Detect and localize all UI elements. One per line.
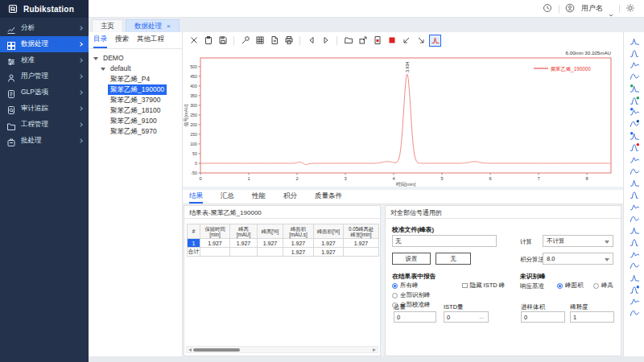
scroll-left-arrow-icon[interactable] (188, 348, 192, 352)
curve-wave-icon[interactable] (630, 260, 640, 270)
sidebar-item-3[interactable]: 用户管理 (0, 68, 89, 84)
share-icon[interactable] (357, 35, 369, 47)
curve-spline-icon[interactable] (630, 272, 640, 282)
sidebar-item-6[interactable]: 工程管理 (0, 117, 89, 133)
result-tab-2[interactable]: 性能 (252, 190, 266, 204)
username-label[interactable]: 用户名 (581, 3, 603, 14)
table-row[interactable]: 11.9271.9271.9271.9271.9271.927 (188, 239, 379, 248)
prev-icon[interactable] (305, 35, 317, 47)
tab-directory[interactable]: 目录 (93, 32, 107, 48)
next-icon[interactable] (320, 35, 332, 47)
sidebar-item-2[interactable]: 校准 (0, 52, 89, 68)
tab-search[interactable]: 搜索 (115, 32, 129, 48)
record-stop-icon[interactable] (386, 35, 398, 47)
peak-merge-icon[interactable] (630, 166, 640, 176)
table-header[interactable]: 0.05峰高处峰宽[min] (344, 224, 379, 239)
tab-close-icon[interactable]: × (167, 23, 171, 30)
table-cell[interactable]: 1.927 (258, 239, 283, 248)
peak-pair-icon[interactable] (630, 154, 640, 164)
table-cell[interactable] (200, 248, 230, 257)
assign-right-icon[interactable] (415, 35, 427, 47)
injection-volume-input[interactable] (521, 311, 565, 323)
tree-node-DEMO[interactable]: DEMO (93, 53, 182, 64)
tree-node-聚苯乙烯_18100[interactable]: 聚苯乙烯_18100 (93, 105, 182, 116)
table-header[interactable]: 峰高[%] (258, 224, 283, 239)
table-header[interactable]: # (188, 224, 200, 239)
peak-tangent-icon[interactable] (630, 201, 640, 212)
table-cell[interactable]: 1 (188, 239, 200, 248)
tools-icon[interactable] (239, 35, 251, 47)
doc-export-icon[interactable] (268, 35, 280, 47)
curve-smooth-icon[interactable] (630, 249, 640, 259)
chevron-down-icon[interactable] (609, 6, 613, 11)
result-tab-4[interactable]: 质量条件 (315, 190, 342, 204)
table-cell[interactable]: 1.927 (314, 239, 344, 248)
peak-drop-icon[interactable] (630, 224, 640, 235)
folder-open-icon[interactable] (342, 35, 354, 47)
table-icon[interactable] (254, 35, 266, 47)
gear-icon[interactable] (625, 3, 636, 14)
checkbox-hide-istd[interactable]: 隐藏 ISTD 峰 (462, 282, 505, 290)
table-header[interactable]: 峰高[mAU] (230, 224, 258, 239)
expand-arrow-icon[interactable] (93, 57, 98, 60)
dilution-input[interactable] (570, 311, 614, 323)
peak-split-blue-icon[interactable] (630, 106, 640, 117)
user-avatar-icon[interactable] (565, 3, 576, 14)
radio-peak-area[interactable]: 峰面积 (557, 282, 584, 290)
tree-node-聚苯乙烯_9100[interactable]: 聚苯乙烯_9100 (93, 116, 182, 126)
peak-start-green-icon[interactable] (630, 83, 640, 93)
result-tab-3[interactable]: 积分 (283, 190, 297, 204)
tree-node-聚苯乙烯_190000[interactable]: 聚苯乙烯_190000 (93, 84, 182, 95)
tree-node-聚苯乙烯_5970[interactable]: 聚苯乙烯_5970 (93, 126, 182, 137)
set-button[interactable]: 设置 (392, 253, 431, 265)
peak-start-dark-icon[interactable] (630, 118, 640, 129)
table-header[interactable]: 保留时间[min] (200, 224, 230, 239)
sidebar-item-0[interactable]: 分析 (0, 20, 89, 36)
report-doc-icon[interactable] (371, 35, 383, 47)
table-header[interactable]: 峰面积[%] (314, 224, 344, 239)
peak-delete-red-icon[interactable] (630, 142, 640, 152)
calc-select[interactable]: 不计算 (543, 235, 613, 247)
table-header[interactable]: 峰面积[mAU.s] (283, 224, 314, 239)
horizontal-scrollbar[interactable] (186, 346, 378, 353)
chromatogram-view-icon[interactable] (429, 35, 441, 47)
close-icon[interactable] (188, 35, 200, 47)
paste-icon[interactable] (202, 35, 214, 47)
table-cell[interactable]: 1.927 (344, 239, 379, 248)
result-tab-0[interactable]: 结果 (189, 190, 203, 204)
peak-fill-icon[interactable] (630, 295, 640, 306)
expand-arrow-icon[interactable] (101, 68, 105, 71)
result-tab-1[interactable]: 汇总 (221, 190, 234, 204)
assign-left-icon[interactable] (400, 35, 412, 47)
sidebar-item-7[interactable]: 批处理 (0, 133, 89, 149)
save-icon[interactable] (217, 35, 229, 47)
integration-algo-select[interactable]: 8.0 (543, 253, 613, 265)
peak-curve-icon[interactable] (630, 47, 640, 58)
peak-manual-icon[interactable] (630, 307, 640, 318)
tree-node-聚苯乙烯_37900[interactable]: 聚苯乙烯_37900 (93, 95, 182, 105)
table-cell[interactable]: 1.927 (283, 248, 314, 257)
peak-diamond-icon[interactable] (630, 237, 640, 247)
radio-all-peaks[interactable]: 所有峰 (392, 282, 419, 290)
table-row[interactable]: 合计1.9271.927 (188, 248, 379, 257)
peak-shoulder-icon[interactable] (630, 213, 640, 224)
sidebar-item-4[interactable]: GLP选项 (0, 84, 89, 101)
table-cell[interactable]: 1.927 (314, 248, 344, 257)
peak-points-blue-icon[interactable] (630, 130, 640, 141)
scrollbar-thumb[interactable] (193, 348, 240, 352)
none-button[interactable]: 无 (436, 253, 471, 265)
tab-data-processing[interactable]: 数据处理 × (126, 19, 180, 32)
tab-other-projects[interactable]: 其他工程 (137, 32, 164, 48)
radio-peak-height[interactable]: 峰高 (593, 282, 613, 290)
print-icon[interactable] (283, 35, 295, 47)
region-select-icon[interactable] (630, 284, 640, 294)
table-cell[interactable] (344, 248, 379, 257)
sidebar-item-1[interactable]: 数据处理 (0, 36, 89, 52)
table-cell[interactable]: 1.927 (283, 239, 314, 248)
peak-outline-icon[interactable] (630, 59, 640, 69)
peak-handles-icon[interactable] (630, 71, 640, 81)
table-cell[interactable]: 合计 (188, 248, 200, 257)
table-cell[interactable]: 1.927 (200, 239, 230, 248)
istd-more-button[interactable]: … (479, 314, 485, 319)
tree-node-default[interactable]: default (93, 64, 182, 74)
